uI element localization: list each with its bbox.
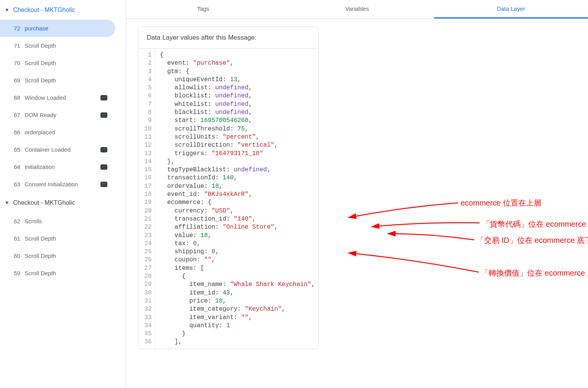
sidebar-group-title: Checkout - MKTGholic [13,7,75,13]
code-badge-icon: ⋯ [100,112,107,118]
annotation-arrow [388,234,474,240]
event-number: 71 [14,42,25,49]
chevron-down-icon: ▾ [3,199,11,206]
sidebar-group-title: Checkout - MKTGholic [13,199,75,206]
code-badge-icon: ⋯ [100,147,107,152]
sidebar-event-item[interactable]: 72purchase [0,20,115,37]
event-number: 72 [14,25,25,32]
annotation-label: 「交易 ID」位在 ecommerce 底下 [476,235,588,246]
annotation-label: 「轉換價值」位在 ecommerce 底下 [481,268,588,278]
sidebar-group-header[interactable]: ▾Checkout - MKTGholic [0,0,126,20]
main-panel: TagsVariablesData Layer Data Layer value… [126,0,588,388]
sidebar-event-item[interactable]: 67DOM Ready⋯ [0,106,115,124]
event-label: Scroll Depth [25,270,107,276]
event-label: Scroll Depth [25,253,107,259]
card-title: Data Layer values after this Message: [138,27,318,49]
sidebar: ▾Checkout - MKTGholic72purchase71Scroll … [0,0,126,388]
tab-variables[interactable]: Variables [280,0,434,18]
tab-data-layer[interactable]: Data Layer [434,0,588,18]
data-layer-card: Data Layer values after this Message: 1 … [138,27,319,349]
sidebar-event-item[interactable]: 64Initialization⋯ [0,158,115,176]
event-label: Window Loaded [25,94,97,101]
annotation-label: 「貨幣代碼」位在 ecommerce 底下 [482,219,588,229]
event-label: Scroll Depth [25,60,107,66]
event-label: Initialization [25,164,97,170]
annotation-arrow [372,222,479,227]
sidebar-event-item[interactable]: 62Scrolls [0,212,115,230]
annotation-arrow [349,203,458,217]
event-label: Consent Initialization [25,181,97,187]
sidebar-event-item[interactable]: 70Scroll Depth [0,54,115,72]
sidebar-event-item[interactable]: 61Scroll Depth [0,230,115,247]
tab-bar: TagsVariablesData Layer [126,0,588,19]
event-number: 63 [14,181,25,187]
annotation-label: ecommerce 位置在上層 [461,198,541,208]
sidebar-group-header[interactable]: ▾Checkout - MKTGholic [0,193,126,212]
event-number: 69 [14,77,25,84]
code-body: { event: "purchase", gtm: { uniqueEventI… [155,49,319,349]
sidebar-event-item[interactable]: 65Container Loaded⋯ [0,141,115,158]
event-number: 59 [14,270,25,276]
sidebar-event-item[interactable]: 60Scroll Depth [0,247,115,264]
code-badge-icon: ⋯ [100,95,107,100]
chevron-down-icon: ▾ [3,6,11,13]
event-number: 60 [14,253,25,259]
event-number: 61 [14,235,25,242]
event-number: 62 [14,218,25,224]
sidebar-event-item[interactable]: 63Consent Initialization⋯ [0,176,115,193]
content-area: Data Layer values after this Message: 1 … [126,19,588,388]
event-label: Scroll Depth [25,77,107,84]
event-number: 67 [14,112,25,118]
event-label: Container Loaded [25,146,97,153]
event-label: orderplaced [25,129,107,135]
sidebar-event-item[interactable]: 59Scroll Depth [0,264,115,282]
sidebar-event-item[interactable]: 66orderplaced [0,124,115,141]
sidebar-event-item[interactable]: 69Scroll Depth [0,72,115,89]
event-number: 64 [14,164,25,170]
event-label: Scrolls [25,218,107,224]
event-label: Scroll Depth [25,42,107,49]
annotation-arrow [349,253,479,272]
event-number: 65 [14,146,25,153]
sidebar-event-item[interactable]: 71Scroll Depth [0,37,115,54]
event-number: 70 [14,60,25,66]
event-number: 68 [14,94,25,101]
code-badge-icon: ⋯ [100,182,107,187]
event-number: 66 [14,129,25,135]
code-area: 1 2 3 4 5 6 7 8 9 10 11 12 13 14 15 16 1… [138,49,318,349]
sidebar-event-item[interactable]: 68Window Loaded⋯ [0,89,115,106]
tab-tags[interactable]: Tags [126,0,280,18]
code-badge-icon: ⋯ [100,164,107,170]
event-label: DOM Ready [25,112,97,118]
event-label: purchase [25,25,107,32]
event-label: Scroll Depth [25,235,107,242]
line-gutter: 1 2 3 4 5 6 7 8 9 10 11 12 13 14 15 16 1… [138,49,155,349]
